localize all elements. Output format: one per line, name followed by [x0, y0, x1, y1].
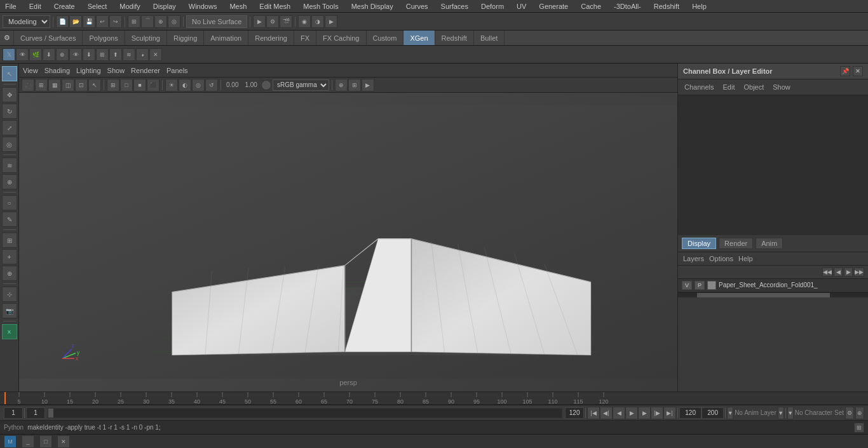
layers-scrollbar-thumb[interactable]: [697, 293, 830, 297]
snap-grid-btn[interactable]: ⊞: [128, 15, 140, 28]
layers-tab-layers[interactable]: Layers: [683, 255, 704, 262]
taskbar-restore-btn[interactable]: □: [39, 435, 52, 448]
add-btn[interactable]: +: [2, 249, 17, 264]
vp-gamma-select[interactable]: sRGB gamma: [273, 79, 329, 91]
xgen-btn-8[interactable]: ⊞: [96, 48, 109, 61]
lasso-btn[interactable]: ○: [2, 195, 17, 210]
tab-animation[interactable]: Animation: [204, 31, 248, 45]
misc-btn-2[interactable]: ◑: [311, 15, 324, 28]
menu-windows[interactable]: Windows: [186, 1, 220, 11]
snap-view-btn[interactable]: ◎: [168, 15, 180, 28]
tab-bullet[interactable]: Bullet: [474, 31, 505, 45]
vp-menu-show[interactable]: Show: [107, 67, 125, 74]
undo-btn[interactable]: ↩: [96, 15, 109, 28]
vp-frame-btn[interactable]: ⊞: [35, 79, 48, 92]
playback-start-input[interactable]: [679, 407, 702, 419]
vp-textured-btn[interactable]: ⬛: [147, 79, 159, 92]
open-file-btn[interactable]: 📂: [69, 15, 82, 28]
snap-point-btn[interactable]: ⊕: [154, 15, 167, 28]
vp-light-btn[interactable]: ☀: [165, 79, 178, 92]
xgen-btn-12[interactable]: ✕: [149, 48, 162, 61]
camera-btn[interactable]: 📷: [2, 303, 17, 318]
xgen-btn-11[interactable]: ⬧: [136, 48, 149, 61]
play-btn[interactable]: ▶: [625, 407, 638, 419]
viewport-canvas[interactable]: y x z persp: [19, 93, 677, 391]
misc-btn-3[interactable]: ▶: [325, 15, 337, 28]
vp-film-btn[interactable]: ▦: [48, 79, 61, 92]
cb-close-btn[interactable]: ✕: [853, 66, 863, 76]
vp-color-btn[interactable]: [261, 80, 271, 90]
tab-rendering[interactable]: Rendering: [248, 31, 294, 45]
misc-btn-1[interactable]: ◉: [298, 15, 311, 28]
move-tool-btn[interactable]: ✥: [2, 87, 17, 102]
prev-frame-btn[interactable]: ◀: [613, 407, 625, 419]
menu-mesh-tools[interactable]: Mesh Tools: [301, 1, 341, 11]
vp-snap1-btn[interactable]: ◫: [62, 79, 74, 92]
timeline-scrollbar[interactable]: [48, 408, 562, 418]
play-back-btn[interactable]: |◀: [587, 407, 600, 419]
next-key-btn[interactable]: |▶: [651, 407, 663, 419]
next-frame-btn[interactable]: ▶: [638, 407, 651, 419]
char-set-btn-2[interactable]: ⊕: [855, 407, 864, 419]
menu-select[interactable]: Select: [85, 1, 110, 11]
vp-menu-lighting[interactable]: Lighting: [76, 67, 101, 74]
cmd-settings-btn[interactable]: ⊞: [854, 423, 864, 433]
vp-menu-panels[interactable]: Panels: [166, 67, 188, 74]
scale-tool-btn[interactable]: ⤢: [2, 120, 17, 135]
vp-camera-btn[interactable]: 🎥: [22, 79, 34, 92]
layers-scrollbar[interactable]: [678, 292, 868, 297]
cb-tab-object[interactable]: Object: [741, 82, 766, 92]
menu-edit[interactable]: Edit: [27, 1, 44, 11]
xgen-btn-2[interactable]: 👁: [16, 48, 29, 61]
vp-menu-renderer[interactable]: Renderer: [131, 67, 160, 74]
end-frame-input[interactable]: [565, 407, 584, 419]
vp-select-btn[interactable]: ↖: [88, 79, 101, 92]
layer-back-btn[interactable]: ◀: [834, 268, 843, 276]
xgen-btn-5[interactable]: ⊕: [56, 48, 69, 61]
menu-surfaces[interactable]: Surfaces: [438, 1, 471, 11]
workspace-settings-icon[interactable]: ⚙: [0, 31, 14, 45]
current-frame-input[interactable]: [4, 407, 23, 419]
tab-fx-caching[interactable]: FX Caching: [316, 31, 366, 45]
layers-tab-options[interactable]: Options: [709, 255, 733, 262]
command-input[interactable]: [27, 424, 850, 431]
layer-prev-btn[interactable]: ◀◀: [822, 268, 832, 276]
timeline-ruler[interactable]: 5 10 15 20 25 30 35 40 45: [0, 392, 868, 405]
tab-render[interactable]: Render: [719, 238, 753, 249]
vp-shaded-btn[interactable]: ■: [133, 79, 146, 92]
menu-uv[interactable]: UV: [514, 1, 529, 11]
cb-tab-show[interactable]: Show: [770, 82, 793, 92]
xgen-btn-3[interactable]: 🌿: [29, 48, 42, 61]
vp-snap2-btn[interactable]: ⊡: [75, 79, 88, 92]
rotate-tool-btn[interactable]: ↻: [2, 104, 17, 119]
menu-modify[interactable]: Modify: [117, 1, 142, 11]
save-file-btn[interactable]: 💾: [83, 15, 95, 28]
tab-anim[interactable]: Anim: [756, 238, 783, 249]
new-file-btn[interactable]: 📄: [56, 15, 69, 28]
axis-btn[interactable]: ⊹: [2, 287, 17, 302]
layer-visibility-btn[interactable]: V: [682, 281, 692, 290]
render-btn[interactable]: ▶: [253, 15, 266, 28]
menu-cache[interactable]: Cache: [578, 1, 604, 11]
menu-help[interactable]: Help: [689, 1, 709, 11]
xgen-btn-6[interactable]: 👁: [69, 48, 82, 61]
vp-extra-btn-1[interactable]: ⊕: [335, 79, 348, 92]
cb-pin-btn[interactable]: 📌: [840, 66, 850, 76]
show-manip-btn[interactable]: ⊕: [2, 174, 17, 189]
select-tool-btn[interactable]: ↖: [2, 66, 17, 81]
menu-deform[interactable]: Deform: [478, 1, 506, 11]
workspace-selector[interactable]: Modeling: [3, 15, 50, 28]
render-settings-btn[interactable]: ⚙: [266, 15, 279, 28]
anim-layer-dropdown2[interactable]: ▼: [778, 407, 784, 419]
taskbar-maya-icon[interactable]: M: [4, 435, 17, 448]
prev-key-btn[interactable]: ◀|: [600, 407, 613, 419]
tab-polygons[interactable]: Polygons: [83, 31, 125, 45]
plus2-btn[interactable]: ⊕: [2, 266, 17, 281]
universal-tool-btn[interactable]: ◎: [2, 137, 17, 152]
cb-tab-edit[interactable]: Edit: [720, 82, 737, 92]
xgen-btn-1[interactable]: 𝕏: [3, 48, 15, 61]
char-set-btn-1[interactable]: ⚙: [845, 407, 854, 419]
vp-extra-btn-3[interactable]: ▶: [362, 79, 374, 92]
vp-grid-btn[interactable]: ⊞: [107, 79, 119, 92]
tab-xgen[interactable]: XGen: [403, 31, 435, 45]
